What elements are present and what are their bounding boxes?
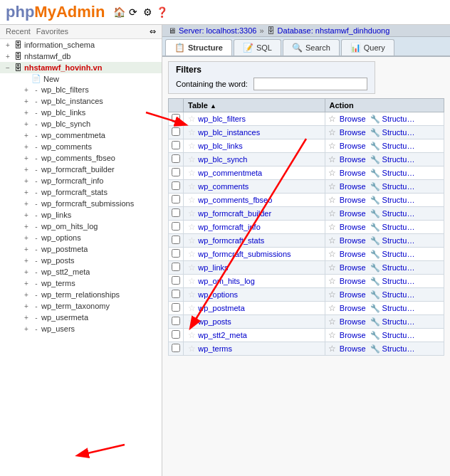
row-checkbox[interactable] bbox=[172, 249, 180, 258]
sidebar-item-wp-stt2-meta[interactable]: + - wp_stt2_meta bbox=[10, 266, 162, 277]
sidebar-item-wp-blc-instances[interactable]: + - wp_blc_instances bbox=[10, 95, 162, 107]
table-name-link[interactable]: wp_postmeta bbox=[198, 304, 244, 312]
sidebar-item-wp-blc-links[interactable]: + - wp_blc_links bbox=[10, 107, 162, 118]
row-checkbox[interactable] bbox=[172, 127, 180, 136]
sidebar-item-wp-options[interactable]: + - wp_options bbox=[10, 232, 162, 243]
structure-link[interactable]: 🔧 Structu… bbox=[370, 236, 415, 245]
tab-sql[interactable]: 📝 SQL bbox=[234, 39, 281, 55]
sidebar-item-wp-commentmeta[interactable]: + - wp_commentmeta bbox=[10, 129, 162, 141]
table-name-link[interactable]: wp_options bbox=[198, 290, 238, 299]
browse-link[interactable]: Browse bbox=[340, 128, 366, 137]
reload-icon[interactable]: ⟳ bbox=[127, 6, 139, 18]
table-name-link[interactable]: wp_stt2_meta bbox=[198, 331, 246, 339]
row-checkbox[interactable] bbox=[172, 303, 180, 312]
favorite-star-icon[interactable]: ☆ bbox=[188, 236, 198, 245]
browse-link[interactable]: Browse bbox=[340, 317, 366, 326]
row-checkbox[interactable] bbox=[172, 195, 180, 203]
home-icon[interactable]: 🏠 bbox=[113, 6, 125, 18]
sidebar-item-wp-formcraft-stats[interactable]: + - wp_formcraft_stats bbox=[10, 186, 162, 198]
table-name-link[interactable]: wp_terms bbox=[198, 344, 232, 353]
table-name-link[interactable]: wp_formcraft_stats bbox=[198, 236, 264, 245]
row-checkbox[interactable] bbox=[172, 330, 180, 339]
row-checkbox[interactable] bbox=[172, 344, 180, 352]
structure-link[interactable]: 🔧 Structu… bbox=[370, 344, 415, 353]
tab-search[interactable]: 🔍 Search bbox=[283, 39, 340, 55]
structure-link[interactable]: 🔧 Structu… bbox=[370, 304, 415, 312]
browse-link[interactable]: Browse bbox=[340, 155, 366, 164]
structure-link[interactable]: 🔧 Structu… bbox=[370, 250, 415, 258]
sidebar-item-wp-postmeta[interactable]: + - wp_postmeta bbox=[10, 243, 162, 255]
browse-link[interactable]: Browse bbox=[340, 182, 366, 191]
structure-link[interactable]: 🔧 Structu… bbox=[370, 128, 415, 137]
sidebar-collapse-icon[interactable]: ⇔ bbox=[150, 27, 156, 36]
favorite-star-icon[interactable]: ☆ bbox=[188, 317, 198, 327]
table-name-link[interactable]: wp_blc_instances bbox=[198, 128, 260, 137]
favorite-star-icon[interactable]: ☆ bbox=[188, 290, 198, 300]
favorite-star-icon[interactable]: ☆ bbox=[188, 141, 198, 151]
sidebar-item-wp-blc-filters[interactable]: + - wp_blc_filters bbox=[10, 84, 162, 95]
tab-query[interactable]: 📊 Query bbox=[341, 39, 394, 55]
sidebar-item-wp-blc-synch[interactable]: + - wp_blc_synch bbox=[10, 118, 162, 129]
sidebar-item-wp-formcraft-submissions[interactable]: + - wp_formcraft_submissions bbox=[10, 198, 162, 209]
browse-link[interactable]: Browse bbox=[340, 250, 366, 258]
table-name-link[interactable]: wp_blc_links bbox=[198, 142, 242, 150]
row-checkbox[interactable] bbox=[172, 208, 180, 217]
row-checkbox[interactable] bbox=[172, 181, 180, 190]
database-link[interactable]: Database: nhstamwf_dinhduong bbox=[278, 26, 390, 35]
structure-link[interactable]: 🔧 Structu… bbox=[370, 317, 415, 326]
row-checkbox[interactable] bbox=[172, 317, 180, 325]
structure-link[interactable]: 🔧 Structu… bbox=[370, 277, 415, 285]
table-name-link[interactable]: wp_formcraft_info bbox=[198, 223, 260, 231]
favorite-star-icon[interactable]: ☆ bbox=[188, 263, 198, 273]
sidebar-item-wp-comments[interactable]: + - wp_comments bbox=[10, 141, 162, 152]
favorite-star-icon[interactable]: ☆ bbox=[188, 208, 198, 218]
structure-link[interactable]: 🔧 Structu… bbox=[370, 263, 415, 272]
sidebar-item-wp-comments-fbseo[interactable]: + - wp_comments_fbseo bbox=[10, 152, 162, 164]
row-checkbox[interactable] bbox=[172, 154, 180, 163]
browse-link[interactable]: Browse bbox=[340, 344, 366, 353]
row-checkbox[interactable] bbox=[172, 168, 180, 176]
structure-link[interactable]: 🔧 Structu… bbox=[370, 223, 415, 231]
structure-link[interactable]: 🔧 Structu… bbox=[370, 182, 415, 191]
sidebar-item-new[interactable]: 📄 New bbox=[10, 73, 162, 84]
table-name-link[interactable]: wp_om_hits_log bbox=[198, 277, 255, 285]
sidebar-item-wp-term-taxonomy[interactable]: + - wp_term_taxonomy bbox=[10, 300, 162, 312]
table-name-link[interactable]: wp_links bbox=[198, 263, 228, 272]
favorite-star-icon[interactable]: ☆ bbox=[188, 168, 198, 178]
table-name-link[interactable]: wp_commentmeta bbox=[198, 169, 262, 177]
browse-link[interactable]: Browse bbox=[340, 304, 366, 312]
sidebar-item-wp-formcraft-info[interactable]: + - wp_formcraft_info bbox=[10, 175, 162, 186]
browse-link[interactable]: Browse bbox=[340, 331, 366, 339]
table-name-link[interactable]: wp_blc_filters bbox=[198, 115, 246, 123]
row-checkbox[interactable] bbox=[172, 114, 180, 122]
tab-structure[interactable]: 📋 Structure bbox=[165, 39, 232, 55]
structure-link[interactable]: 🔧 Structu… bbox=[370, 142, 415, 150]
browse-link[interactable]: Browse bbox=[340, 142, 366, 150]
recent-link[interactable]: Recent bbox=[6, 27, 31, 36]
structure-link[interactable]: 🔧 Structu… bbox=[370, 115, 415, 123]
structure-link[interactable]: 🔧 Structu… bbox=[370, 209, 415, 218]
row-checkbox[interactable] bbox=[172, 141, 180, 149]
structure-link[interactable]: 🔧 Structu… bbox=[370, 155, 415, 164]
row-checkbox[interactable] bbox=[172, 263, 180, 271]
structure-link[interactable]: 🔧 Structu… bbox=[370, 169, 415, 177]
browse-link[interactable]: Browse bbox=[340, 277, 366, 285]
sidebar-item-wp-links[interactable]: + - wp_links bbox=[10, 209, 162, 221]
favorite-star-icon[interactable]: ☆ bbox=[188, 114, 198, 124]
sidebar-item-wp-formcraft-builder[interactable]: + - wp_formcraft_builder bbox=[10, 164, 162, 175]
row-checkbox[interactable] bbox=[172, 290, 180, 298]
favorite-star-icon[interactable]: ☆ bbox=[188, 222, 198, 232]
row-checkbox[interactable] bbox=[172, 276, 180, 285]
table-name-link[interactable]: wp_posts bbox=[198, 317, 231, 326]
browse-link[interactable]: Browse bbox=[340, 263, 366, 272]
sidebar-item-information-schema[interactable]: + 🗄 information_schema bbox=[0, 39, 162, 51]
sidebar-item-nhstamwf-db[interactable]: + 🗄 nhstamwf_db bbox=[0, 51, 162, 62]
browse-link[interactable]: Browse bbox=[340, 209, 366, 218]
server-link[interactable]: Server: localhost:3306 bbox=[179, 26, 256, 35]
table-name-link[interactable]: wp_comments_fbseo bbox=[198, 196, 272, 204]
browse-link[interactable]: Browse bbox=[340, 236, 366, 245]
favorite-star-icon[interactable]: ☆ bbox=[188, 276, 198, 286]
favorite-star-icon[interactable]: ☆ bbox=[188, 330, 198, 340]
structure-link[interactable]: 🔧 Structu… bbox=[370, 196, 415, 204]
table-name-link[interactable]: wp_blc_synch bbox=[198, 155, 247, 164]
